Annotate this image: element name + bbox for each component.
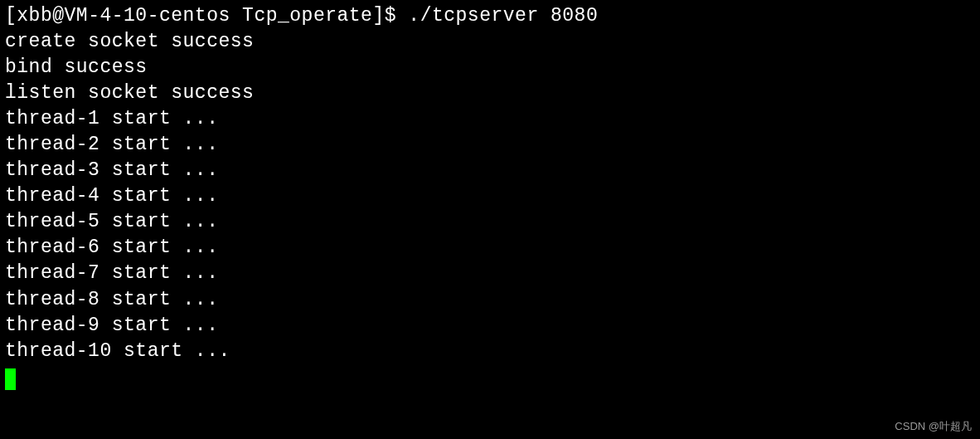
output-line: listen socket success <box>5 80 975 106</box>
watermark-text: CSDN @叶超凡 <box>895 419 972 434</box>
prompt-user: xbb <box>17 5 52 27</box>
output-line: thread-9 start ... <box>5 313 975 339</box>
output-line: thread-10 start ... <box>5 339 975 364</box>
prompt-at: @ <box>52 5 64 27</box>
output-line: thread-5 start ... <box>5 209 975 235</box>
prompt-line[interactable]: [xbb@VM-4-10-centos Tcp_operate]$ ./tcps… <box>5 3 975 29</box>
output-line: bind success <box>5 55 975 80</box>
output-line: thread-3 start ... <box>5 158 975 183</box>
output-line: thread-4 start ... <box>5 183 975 209</box>
prompt-symbol: $ <box>385 5 396 27</box>
output-line: thread-7 start ... <box>5 261 975 286</box>
prompt-space <box>230 5 242 27</box>
output-line: thread-1 start ... <box>5 106 975 132</box>
prompt-open-bracket: [ <box>5 5 17 27</box>
cursor-line[interactable] <box>5 364 975 390</box>
output-line: thread-6 start ... <box>5 235 975 261</box>
terminal-cursor-icon <box>5 368 16 390</box>
prompt-close-bracket: ] <box>372 5 384 27</box>
command-text: ./tcpserver 8080 <box>408 5 598 27</box>
output-line: thread-2 start ... <box>5 132 975 158</box>
prompt-host: VM-4-10-centos <box>65 5 230 27</box>
output-line: thread-8 start ... <box>5 287 975 313</box>
output-line: create socket success <box>5 29 975 55</box>
prompt-cwd: Tcp_operate <box>242 5 372 27</box>
prompt-space2 <box>396 5 408 27</box>
